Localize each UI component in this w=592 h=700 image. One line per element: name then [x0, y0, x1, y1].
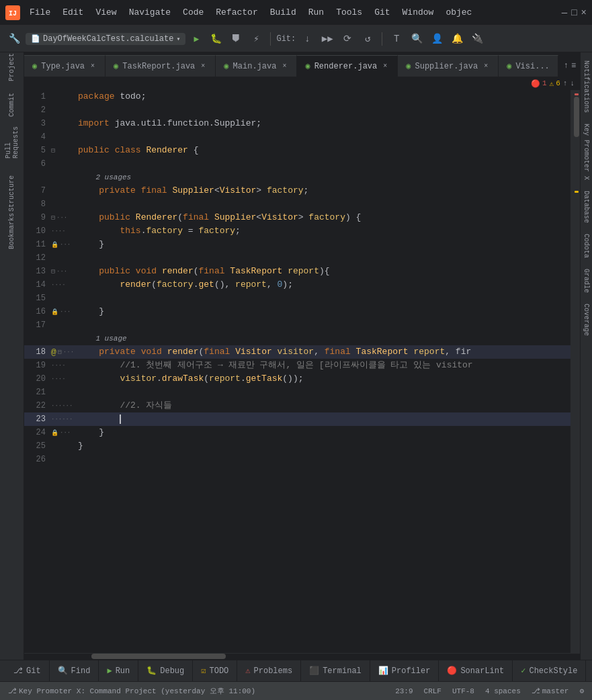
scrollbar-thumb[interactable]	[574, 97, 579, 137]
menu-refactor[interactable]: Refactor	[210, 6, 263, 19]
code-text-8[interactable]	[78, 198, 580, 211]
code-text-25[interactable]: }	[78, 439, 580, 453]
sidebar-icon-project[interactable]: Project	[3, 58, 22, 77]
code-text-1[interactable]: package todo;	[78, 90, 580, 103]
plugins-icon[interactable]: 🔌	[468, 30, 486, 48]
code-text-22[interactable]: //2. 자식들	[78, 399, 580, 412]
sidebar-icon-structure[interactable]: Structure	[3, 184, 22, 203]
bottom-tab-sonarlint[interactable]: 🔴 SonarLint	[439, 660, 513, 682]
code-text-10[interactable]: this.factory = factory;	[78, 224, 580, 238]
sidebar-icon-commit[interactable]: Commit	[3, 95, 22, 114]
fold-icon-5[interactable]: ⊟	[51, 146, 55, 155]
sidebar-notifications[interactable]: Notifications	[583, 55, 590, 118]
sidebar-coverage[interactable]: Coverage	[583, 298, 590, 341]
bottom-tab-checkstyle[interactable]: ✓ CheckStyle	[513, 660, 586, 682]
code-text-23[interactable]	[78, 412, 580, 426]
usages-2-label[interactable]: 2 usages	[95, 173, 131, 181]
bottom-tab-git[interactable]: ⎇ Git	[5, 660, 50, 682]
fold-icon-18[interactable]: ⊟	[58, 348, 62, 356]
code-text-14[interactable]: render(factory.get(), report, 0);	[78, 278, 580, 292]
git-push-icon[interactable]: ▶▶	[319, 30, 336, 48]
tab-close-supplier[interactable]: ×	[482, 62, 490, 71]
code-text-20[interactable]: visitor.drawTask(report.getTask());	[78, 372, 580, 386]
code-text-24[interactable]: }	[78, 426, 580, 439]
menu-navigate[interactable]: Navigate	[124, 6, 176, 19]
code-text-3[interactable]: import java.util.function.Supplier;	[78, 117, 580, 130]
status-branch[interactable]: ⎇ master	[529, 685, 572, 697]
status-indent[interactable]: 4 spaces	[482, 686, 523, 697]
minimize-button[interactable]: —	[562, 7, 567, 18]
coverage-button[interactable]: ⛊	[227, 30, 245, 48]
bottom-tab-debug[interactable]: 🐛 Debug	[138, 660, 193, 682]
sidebar-codota[interactable]: Codota	[583, 228, 590, 263]
menu-file[interactable]: File	[24, 6, 56, 19]
code-text-19[interactable]: //1. 첫번째 제어구조 → 재료만 구해서, 일은 [라이프싸이클을 타고 …	[78, 359, 580, 372]
sidebar-key-promoter[interactable]: Key Promoter X	[583, 118, 590, 185]
code-text-15[interactable]	[78, 292, 580, 305]
code-text-17[interactable]	[78, 318, 580, 332]
bottom-tab-todo[interactable]: ☑ TODO	[193, 660, 237, 682]
error-count[interactable]: 🔴 1	[531, 79, 547, 88]
tab-close-renderer[interactable]: ×	[381, 62, 389, 71]
tab-supplier-java[interactable]: ◉ Supplier.java ×	[398, 55, 499, 77]
git-update-icon[interactable]: ⟳	[339, 30, 356, 48]
tab-renderer-java[interactable]: ◉ Renderer.java ×	[297, 55, 398, 77]
code-text-7[interactable]: private final Supplier<Visitor> factory;	[78, 184, 580, 198]
tab-type-java[interactable]: ◉ Type.java ×	[24, 55, 105, 77]
bottom-tab-profiler[interactable]: 📊 Profiler	[370, 660, 439, 682]
nav-down-icon[interactable]: ↓	[570, 79, 575, 87]
notifications-icon[interactable]: 🔔	[448, 30, 466, 48]
more-run-icon[interactable]: ⚡	[247, 30, 265, 48]
tab-more-button[interactable]: ↑ ≡	[558, 55, 580, 77]
run-config-dropdown-icon[interactable]: ▾	[176, 35, 180, 43]
sidebar-database[interactable]: Database	[583, 185, 590, 228]
run-button[interactable]: ▶	[188, 31, 204, 47]
code-text-11[interactable]: }	[78, 238, 580, 251]
horizontal-scrollbar-thumb[interactable]	[91, 654, 226, 659]
scrollbar-track[interactable]	[570, 90, 580, 653]
code-text-18[interactable]: private void render(final Visitor visito…	[78, 345, 580, 359]
run-config-selector[interactable]: 📄 DayOfWeekCalcTest.calculate ▾	[26, 33, 185, 45]
menu-extra[interactable]: objec	[440, 6, 477, 19]
bottom-tab-run[interactable]: ▶ Run	[99, 660, 138, 682]
close-button[interactable]: ×	[581, 7, 587, 18]
usages-1-label[interactable]: 1 usage	[95, 335, 126, 343]
code-text-12[interactable]	[78, 251, 580, 265]
menu-run[interactable]: Run	[303, 6, 329, 19]
bottom-tab-terminal[interactable]: ⬛ Terminal	[301, 660, 370, 682]
menu-edit[interactable]: Edit	[57, 6, 89, 19]
settings-icon[interactable]: 🔧	[5, 30, 23, 48]
menu-git[interactable]: Git	[369, 6, 395, 19]
code-text-21[interactable]	[78, 386, 580, 399]
code-text-2[interactable]	[78, 103, 580, 117]
code-text-26[interactable]	[78, 453, 580, 466]
code-text-9[interactable]: public Renderer(final Supplier<Visitor> …	[78, 211, 580, 224]
tab-scroll-left-icon[interactable]: ↑	[564, 61, 568, 71]
git-fetch-icon[interactable]: ↓	[298, 30, 316, 48]
nav-up-icon[interactable]: ↑	[563, 79, 568, 87]
maximize-button[interactable]: □	[571, 7, 577, 18]
code-text-4[interactable]	[78, 130, 580, 144]
tab-close-type-java[interactable]: ×	[89, 62, 97, 71]
code-editor[interactable]: 1 package todo; 2 3	[24, 90, 580, 653]
status-position[interactable]: 23:9	[392, 686, 415, 697]
horizontal-scrollbar[interactable]	[24, 653, 580, 660]
code-text-5[interactable]: public class Renderer {	[78, 144, 580, 157]
git-stash-icon[interactable]: ↺	[359, 30, 376, 48]
menu-build[interactable]: Build	[265, 6, 302, 19]
status-more[interactable]: ⚙	[577, 685, 587, 697]
sidebar-icon-bookmarks[interactable]: Bookmarks	[3, 222, 22, 240]
debug-button[interactable]: 🐛	[207, 30, 224, 48]
warning-count[interactable]: ⚠ 6	[550, 79, 560, 88]
bottom-tab-problems[interactable]: ⚠ Problems	[237, 660, 301, 682]
tab-close-taskreport[interactable]: ×	[199, 62, 207, 71]
code-text-13[interactable]: public void render(final TaskReport repo…	[78, 265, 580, 278]
tab-overflow-icon[interactable]: ≡	[571, 61, 576, 71]
status-charset[interactable]: UTF-8	[450, 686, 477, 697]
search-icon[interactable]: 🔍	[408, 30, 425, 48]
status-encoding[interactable]: CRLF	[421, 686, 444, 697]
menu-view[interactable]: View	[90, 6, 122, 19]
fold-icon-13[interactable]: ⊟	[51, 267, 55, 275]
status-git-branch[interactable]: ⎇ Key Promoter X: Command Project (yeste…	[5, 685, 258, 697]
fold-icon-9[interactable]: ⊟	[51, 214, 55, 222]
